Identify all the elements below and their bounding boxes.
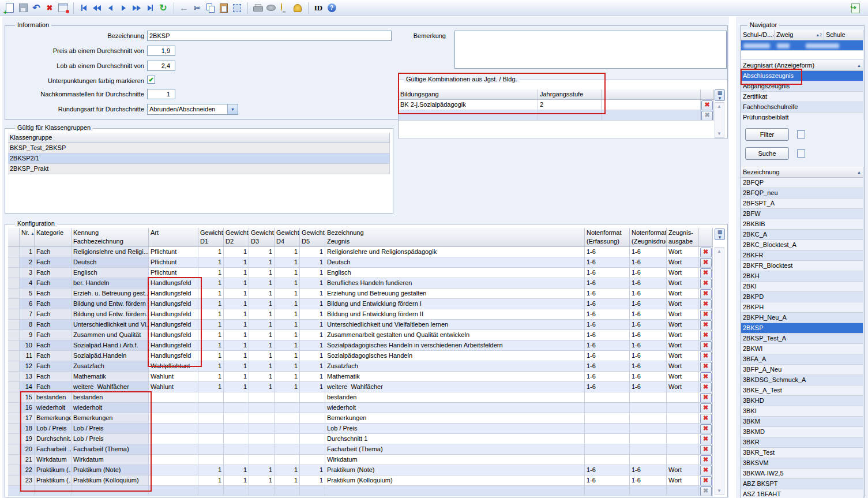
konfiguration-scrollbar[interactable]: ▲ ▼ (715, 247, 724, 495)
column-header[interactable]: Bildungsgang (399, 89, 538, 100)
column-header[interactable]: Kennung Fachbezeichnung (72, 228, 149, 247)
id-button[interactable]: ID (312, 2, 325, 14)
suche-button[interactable]: Suche (745, 147, 789, 160)
table-row[interactable]: 9FachZusammen und QualitätHandlungsfeld1… (8, 330, 713, 340)
copy-icon[interactable] (204, 2, 217, 14)
list-item[interactable]: 2BKSP_Prakt (8, 164, 390, 174)
table-row[interactable]: 7FachBildung und Entw. fördern..Handlung… (8, 309, 713, 320)
column-header[interactable]: Gewicht D5 (300, 228, 325, 247)
school-row-selected[interactable] (741, 40, 863, 51)
delete-row-button[interactable]: ✖ (700, 258, 712, 268)
delete-row-button[interactable]: ✖ (700, 486, 712, 496)
select-region-icon[interactable] (231, 2, 243, 14)
bezeichnung-item[interactable]: 2BFW (741, 209, 863, 219)
table-row[interactable]: 16wiederholtwiederholtwiederholt✖ (8, 403, 713, 413)
column-header[interactable]: Gewicht D2 (224, 228, 249, 247)
bezeichnung-item[interactable]: 2BKH (741, 271, 863, 282)
column-header[interactable]: Notenformat (Erfassung) (585, 228, 630, 247)
filter-button[interactable]: Filter (745, 128, 789, 141)
table-row[interactable]: 4Fachber. HandelnHandlungsfeld11111Beruf… (8, 278, 713, 289)
bezeichnung-item[interactable]: 2BFQP_neu (741, 188, 863, 199)
column-header[interactable]: Kategorie (35, 228, 72, 247)
column-chooser-icon[interactable]: ▦▾ (715, 89, 725, 101)
table-row[interactable]: 12FachZusatzfachWahlpflichtunt11111Zusat… (8, 361, 713, 372)
column-header[interactable]: Nr.▲ (20, 228, 35, 247)
zeugnisart-item[interactable]: Prüfungsbeiblatt (741, 113, 863, 120)
column-header[interactable]: Art (149, 228, 198, 247)
list-item[interactable]: 2BKSP2/1 (8, 153, 390, 164)
table-row[interactable]: 18Lob / PreisLob / PreisLob / Preis✖ (8, 424, 713, 434)
zeugnisart-item[interactable]: Fachhochschulreife (741, 102, 863, 113)
table-row-empty[interactable]: ✖ (8, 486, 713, 496)
column-header[interactable] (699, 228, 713, 247)
delete-row-button[interactable]: ✖ (700, 320, 712, 330)
delete-row-button[interactable]: ✖ (700, 414, 712, 424)
next-record-icon[interactable] (117, 2, 130, 14)
paste-icon[interactable] (217, 2, 230, 14)
column-header[interactable]: Klassengruppe (8, 133, 390, 143)
delete-row-button[interactable]: ✖ (700, 351, 712, 361)
bezeichnung-item[interactable]: 2BKFR (741, 250, 863, 261)
bezeichnung-item[interactable]: 2BKBIB (741, 219, 863, 230)
delete-row-button[interactable]: ✖ (700, 476, 712, 486)
delete-row-button[interactable]: ✖ (700, 424, 712, 434)
zeugnisart-item[interactable]: Abgangszeugnis (741, 81, 863, 92)
column-header[interactable] (701, 89, 714, 100)
table-row[interactable]: 21WirkdatumWirkdatumWirkdatum✖ (8, 455, 713, 465)
bezeichnung-item[interactable]: 3BKHD (741, 396, 863, 406)
delete-row-button[interactable]: ✖ (700, 279, 712, 289)
delete-row-button[interactable]: ✖ (700, 362, 712, 372)
new-record-icon[interactable]: + (3, 2, 16, 14)
column-header[interactable] (8, 228, 20, 247)
bezeichnung-item[interactable]: 2BKI (741, 282, 863, 292)
bezeichnung-item[interactable]: 2BKPD (741, 292, 863, 302)
delete-row-button[interactable]: ✖ (700, 435, 712, 444)
scroll-down-icon[interactable]: ▼ (715, 130, 723, 137)
delete-row-button[interactable]: ✖ (700, 383, 712, 392)
column-header[interactable]: Schul-/D...▲1 (741, 30, 775, 40)
scroll-up-icon[interactable]: ▲ (715, 103, 723, 110)
delete-row-button[interactable]: ✖ (700, 268, 712, 278)
delete-row-button[interactable]: ✖ (700, 341, 712, 351)
bezeichnung-item[interactable]: 3BKWA-IW2,5 (741, 469, 863, 479)
switch-view-icon[interactable] (849, 2, 862, 14)
chevron-down-icon[interactable]: ▼ (227, 104, 238, 114)
delete-row-button[interactable]: ✖ (700, 372, 712, 382)
table-row[interactable]: 5FachErzieh. u. Betreuung gest...Handlun… (8, 289, 713, 299)
table-row-empty[interactable]: ✖ (399, 110, 714, 121)
table-row[interactable]: 10FachSozialpäd.Hand.i.Arb.f.Handlungsfe… (8, 340, 713, 351)
preis-input[interactable] (147, 46, 175, 56)
column-header[interactable]: Bezeichnung▲ (741, 167, 863, 178)
table-row[interactable]: 1FachReligionslehre und Religi...Pflicht… (8, 247, 713, 257)
list-item[interactable]: BKSP_Test_2BKSP (8, 143, 390, 153)
column-header[interactable]: Zeugnis- ausgabe (667, 228, 699, 247)
scroll-up-icon[interactable]: ▲ (715, 248, 723, 255)
bezeichnung-item[interactable]: 2BKPH_Neu_A (741, 313, 863, 323)
delete-row-button[interactable]: ✖ (701, 111, 713, 121)
suche-checkbox[interactable] (797, 149, 805, 158)
bezeichnung-item[interactable]: 3BKM (741, 417, 863, 427)
last-record-icon[interactable] (144, 2, 156, 14)
bezeichnung-item[interactable]: ABZ BKSPT (741, 479, 863, 489)
unterpunktungen-checkbox[interactable]: ✔ (147, 76, 155, 84)
delete-row-button[interactable]: ✖ (700, 455, 712, 465)
column-header[interactable]: Zweig▲2 (775, 30, 824, 40)
bezeichnung-item[interactable]: 3BFP_A_Neu (741, 365, 863, 375)
hint-icon[interactable] (278, 2, 291, 14)
zeugnisart-item[interactable]: Zertifikat (741, 92, 863, 102)
notification-icon[interactable] (291, 2, 304, 14)
delete-row-button[interactable]: ✖ (700, 289, 712, 299)
delete-row-button[interactable]: ✖ (700, 466, 712, 475)
table-row[interactable]: 19Durchschnit...Lob / PreisDurchschnitt … (8, 434, 713, 444)
bezeichnung-item[interactable]: 3BFA_A (741, 354, 863, 365)
scroll-down-icon[interactable]: ▼ (715, 487, 723, 495)
next-page-icon[interactable] (130, 2, 143, 14)
rundungsart-dropdown[interactable]: Abrunden/Abschneiden ▼ (147, 104, 238, 115)
table-row[interactable]: 20Facharbeit ...Facharbeit (Thema)Fachar… (8, 444, 713, 455)
column-header[interactable]: Jahrgangsstufe (538, 89, 602, 100)
column-header[interactable]: Zeugnisart (Anzeigeform)▲ (741, 60, 863, 71)
zeugnisart-item[interactable]: Abschlusszeugnis (741, 71, 863, 81)
column-header[interactable]: Notenformat (Zeugnisdruck) (630, 228, 667, 247)
table-row[interactable]: 13FachMathematikWahlunt11111Mathematik1-… (8, 372, 713, 382)
first-record-icon[interactable] (77, 2, 90, 14)
